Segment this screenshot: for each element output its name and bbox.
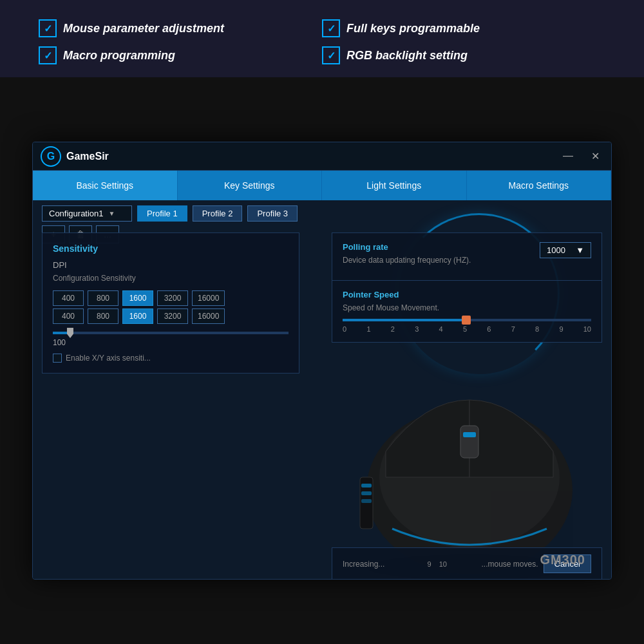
titlebar-controls: — ✕ [559, 149, 603, 164]
dpi-label: DPI [53, 260, 289, 270]
feature-mouse-param: ✓ Mouse parameter adjustment [39, 19, 322, 37]
dpi-row-2: 400 800 1600 3200 16000 [53, 308, 289, 324]
slider-value: 100 [53, 338, 289, 347]
tab-light-settings[interactable]: Light Settings [322, 171, 467, 200]
check-icon-1: ✓ [39, 19, 57, 37]
pointer-speed-scale: 0 1 2 3 4 5 6 7 8 9 10 [343, 325, 591, 333]
svg-rect-2 [460, 426, 478, 458]
bottom-desc-right: ...mouse moves. [453, 560, 538, 569]
tab-key-settings[interactable]: Key Settings [178, 171, 323, 200]
dpi-800-top[interactable]: 800 [88, 290, 118, 306]
feature-text-2: Full keys programmable [346, 22, 480, 35]
dpi-1600-bot[interactable]: 1600 [122, 308, 153, 324]
nav-tabs: Basic Settings Key Settings Light Settin… [33, 171, 611, 200]
check-icon-4: ✓ [322, 46, 340, 64]
pointer-speed-title: Pointer Speed [343, 290, 591, 299]
bottom-scale: 9 10 [428, 560, 447, 568]
svg-rect-3 [463, 432, 476, 437]
mouse-image [308, 348, 611, 580]
feature-text-1: Mouse parameter adjustment [63, 22, 224, 35]
app-window: G GameSir — ✕ Basic Settings Key Setting… [32, 142, 612, 580]
polling-rate-title: Polling rate [343, 242, 471, 252]
dpi-3200-top[interactable]: 3200 [157, 290, 188, 306]
svg-rect-6 [361, 491, 372, 495]
dpi-16000-bot[interactable]: 16000 [192, 308, 225, 324]
dpi-grid: 400 800 1600 3200 16000 400 800 1600 320… [53, 290, 289, 324]
pointer-speed-slider[interactable] [343, 319, 591, 321]
profile-1-button[interactable]: Profile 1 [137, 205, 187, 222]
polling-rate-value: 1000 [547, 245, 565, 255]
xy-axis-checkbox[interactable] [53, 354, 62, 363]
sensitivity-slider-container: 100 [53, 332, 289, 347]
right-panel: Polling rate Device data updating freque… [332, 232, 602, 343]
feature-text-3: Macro programming [63, 49, 175, 62]
titlebar-logo: G GameSir [41, 146, 109, 167]
tab-macro-settings[interactable]: Macro Settings [467, 171, 612, 200]
profile-3-button[interactable]: Profile 3 [247, 205, 298, 222]
feature-full-keys: ✓ Full keys programmable [322, 19, 605, 37]
feature-row-1: ✓ Mouse parameter adjustment ✓ Full keys… [39, 19, 605, 37]
dpi-3200-bot[interactable]: 3200 [157, 308, 188, 324]
feature-row-2: ✓ Macro programming ✓ RGB backlight sett… [39, 46, 605, 64]
dpi-800-bot[interactable]: 800 [88, 308, 118, 324]
polling-rate-section: Polling rate Device data updating freque… [332, 233, 601, 281]
svg-rect-5 [361, 484, 372, 488]
dpi-row-1: 400 800 1600 3200 16000 [53, 290, 289, 306]
gamesir-watermark: GM300 [540, 553, 585, 567]
minimize-button[interactable]: — [559, 149, 577, 164]
pointer-slider-area: 0 1 2 3 4 5 6 7 8 9 10 [343, 319, 591, 333]
feature-text-4: RGB backlight setting [346, 49, 468, 62]
polling-dropdown-arrow-icon: ▼ [576, 245, 584, 255]
feature-macro: ✓ Macro programming [39, 46, 322, 64]
features-area: ✓ Mouse parameter adjustment ✓ Full keys… [0, 0, 644, 77]
sensitivity-title: Sensitivity [53, 243, 289, 254]
content-area: Configuration1 ▼ Profile 1 Profile 2 Pro… [33, 200, 611, 580]
bottom-desc-left: Increasing... [343, 560, 428, 569]
close-button[interactable]: ✕ [587, 149, 603, 164]
tab-basic-settings[interactable]: Basic Settings [33, 171, 178, 200]
svg-rect-7 [361, 499, 372, 503]
titlebar: G GameSir — ✕ [33, 142, 611, 171]
feature-rgb: ✓ RGB backlight setting [322, 46, 605, 64]
pointer-speed-desc: Speed of Mouse Movement. [343, 303, 591, 312]
dropdown-arrow-icon: ▼ [109, 210, 115, 217]
polling-rate-dropdown[interactable]: 1000 ▼ [540, 242, 591, 258]
logo-icon: G [41, 146, 61, 167]
config-sensitivity-label: Configuration Sensitivity [53, 274, 289, 283]
pointer-speed-section: Pointer Speed Speed of Mouse Movement. 0… [332, 281, 601, 342]
profile-2-button[interactable]: Profile 2 [193, 205, 243, 222]
dpi-400-bot[interactable]: 400 [53, 308, 84, 324]
check-icon-3: ✓ [39, 46, 57, 64]
dpi-1600-top[interactable]: 1600 [122, 290, 153, 306]
check-icon-2: ✓ [322, 19, 340, 37]
xy-axis-label: Enable X/Y axis sensiti... [66, 354, 151, 363]
config-dropdown[interactable]: Configuration1 ▼ [42, 205, 132, 222]
sensitivity-panel: Sensitivity DPI Configuration Sensitivit… [42, 232, 299, 374]
dpi-400-top[interactable]: 400 [53, 290, 84, 306]
dpi-16000-top[interactable]: 16000 [192, 290, 225, 306]
polling-rate-desc: Device data updating frequency (HZ). [343, 256, 471, 265]
brand-name: GameSir [66, 151, 109, 162]
sensitivity-slider-track[interactable] [53, 332, 289, 334]
xy-axis-checkbox-row: Enable X/Y axis sensiti... [53, 354, 289, 363]
